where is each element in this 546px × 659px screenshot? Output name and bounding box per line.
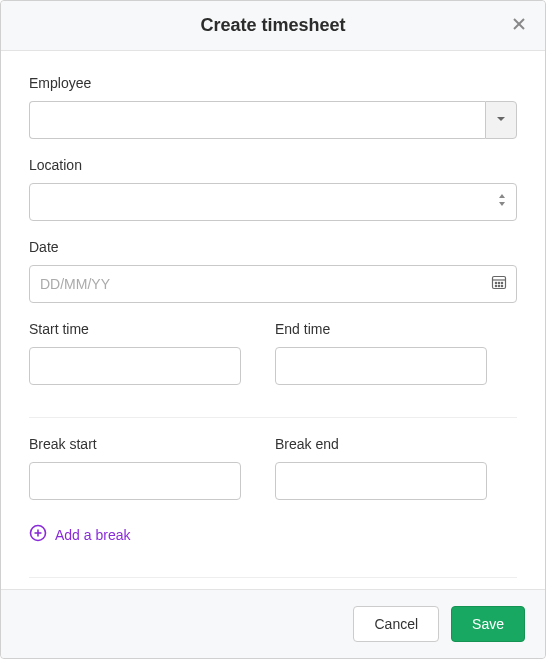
break-end-label: Break end — [275, 436, 487, 452]
location-group: Location — [29, 157, 517, 221]
employee-dropdown-button[interactable] — [485, 101, 517, 139]
close-icon — [511, 16, 527, 35]
break-start-label: Break start — [29, 436, 241, 452]
add-break-label: Add a break — [55, 527, 131, 543]
start-time-label: Start time — [29, 321, 241, 337]
modal-header: Create timesheet — [1, 1, 545, 51]
date-group: Date — [29, 239, 517, 303]
start-time-input[interactable] — [29, 347, 241, 385]
break-row: Break start Break end — [29, 436, 517, 518]
location-select[interactable] — [29, 183, 517, 221]
start-time-group: Start time — [29, 321, 241, 385]
plus-circle-icon — [29, 524, 47, 545]
close-button[interactable] — [505, 12, 533, 40]
divider — [29, 577, 517, 578]
break-start-group: Break start — [29, 436, 241, 500]
end-time-group: End time — [275, 321, 487, 385]
modal-title: Create timesheet — [200, 15, 345, 36]
save-button[interactable]: Save — [451, 606, 525, 642]
cancel-button[interactable]: Cancel — [353, 606, 439, 642]
date-input[interactable] — [29, 265, 517, 303]
break-end-group: Break end — [275, 436, 487, 500]
chevron-down-icon — [495, 113, 507, 128]
time-row: Start time End time — [29, 321, 517, 403]
location-label: Location — [29, 157, 517, 173]
employee-group: Employee — [29, 75, 517, 139]
modal-footer: Cancel Save — [1, 589, 545, 658]
employee-label: Employee — [29, 75, 517, 91]
break-end-input[interactable] — [275, 462, 487, 500]
add-break-button[interactable]: Add a break — [29, 524, 131, 545]
modal-body: Employee Location — [1, 51, 545, 589]
end-time-label: End time — [275, 321, 487, 337]
create-timesheet-modal: Create timesheet Employee — [0, 0, 546, 659]
divider — [29, 417, 517, 418]
employee-input[interactable] — [29, 101, 485, 139]
date-label: Date — [29, 239, 517, 255]
end-time-input[interactable] — [275, 347, 487, 385]
break-start-input[interactable] — [29, 462, 241, 500]
